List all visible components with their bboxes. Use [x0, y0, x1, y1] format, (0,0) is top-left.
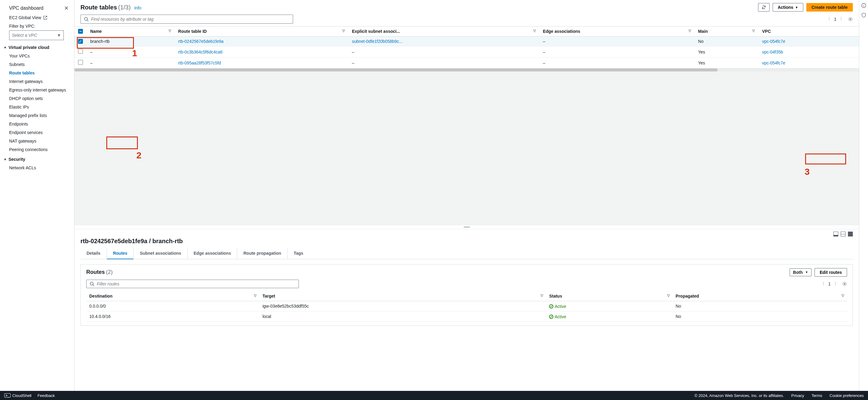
nav-internet-gateways[interactable]: Internet gateways	[0, 77, 74, 86]
layout-full-icon[interactable]	[848, 232, 853, 236]
nav-group-security[interactable]: ▼ Security	[0, 154, 74, 164]
routes-prev-page[interactable]: 〈	[820, 281, 825, 287]
layout-split-icon[interactable]	[841, 232, 845, 236]
nav-dhcp-option-sets[interactable]: DHCP option sets	[0, 94, 74, 103]
info-circle-icon[interactable]	[861, 3, 866, 8]
cloudshell-icon: >_	[4, 393, 11, 398]
route-table-link[interactable]: rtb-0c3b364c5f6dc4ca6	[178, 50, 223, 54]
row-checkbox[interactable]: ✓	[78, 39, 83, 44]
search-input[interactable]	[91, 17, 290, 22]
col-rtid: Route table ID▽	[175, 26, 348, 36]
main-content: Route tables (1/3) Info Actions ▼ Create…	[74, 0, 859, 391]
tab-routes[interactable]: Routes	[107, 248, 134, 259]
nav-managed-prefix-lists[interactable]: Managed prefix lists	[0, 111, 74, 120]
vpc-select-dropdown[interactable]: Select a VPC ▼	[9, 30, 64, 40]
table-row[interactable]: – rtb-0c3b364c5f6dc4ca6 – – Yes vpc-04f3…	[74, 47, 859, 57]
nav-group-vpc[interactable]: ▼ Virtual private cloud	[0, 42, 74, 52]
search-box[interactable]	[81, 15, 293, 24]
table-row[interactable]: ✓ branch-rtb rtb-0242567e5deb1fe9a subne…	[74, 36, 859, 47]
nav-network-acls[interactable]: Network ACLs	[0, 164, 74, 172]
cell-name: –	[87, 47, 175, 57]
privacy-link[interactable]: Privacy	[791, 393, 804, 398]
sort-icon[interactable]: ▽	[168, 29, 171, 33]
info-link[interactable]: Info	[134, 5, 141, 10]
cell-name: –	[87, 57, 175, 68]
cell-main: No	[694, 36, 759, 47]
next-page-button[interactable]: 〉	[840, 17, 844, 22]
routes-next-page[interactable]: 〉	[834, 281, 839, 287]
edit-routes-button[interactable]: Edit routes	[814, 268, 847, 277]
vpc-link[interactable]: vpc-04f35b	[762, 50, 783, 54]
sidebar: VPC dashboard ✕ EC2 Global View Filter b…	[0, 0, 74, 391]
cell-target: local	[259, 311, 546, 321]
chevron-down-icon: ▼	[57, 33, 61, 38]
sort-icon[interactable]: ▽	[342, 29, 345, 33]
cloudshell-button[interactable]: >_ CloudShell	[4, 393, 31, 398]
row-checkbox[interactable]	[78, 49, 83, 54]
tab-subnet-associations[interactable]: Subnet associations	[134, 248, 187, 259]
subnet-link[interactable]: subnet-0dfe1f20b058b9c...	[352, 39, 403, 44]
nav-egress-gateways[interactable]: Egress-only internet gateways	[0, 86, 74, 94]
cloudshell-label: CloudShell	[12, 393, 32, 398]
cell-main: Yes	[694, 57, 759, 68]
target-link[interactable]: igw-03e8e52bc53ddf55c	[262, 304, 309, 309]
nav-subnets[interactable]: Subnets	[0, 60, 74, 69]
feedback-link[interactable]: Feedback	[37, 393, 55, 398]
vpc-link[interactable]: vpc-054fc7e	[762, 39, 785, 44]
create-route-table-button[interactable]: Create route table	[806, 3, 853, 11]
vpc-link[interactable]: vpc-054fc7e	[762, 60, 785, 65]
status-badge: Active	[549, 314, 566, 319]
route-table-link[interactable]: rtb-095aa28f53f57c5fd	[178, 60, 221, 65]
ec2-global-view-link[interactable]: EC2 Global View	[0, 13, 74, 22]
routes-search-input[interactable]	[97, 282, 296, 286]
check-circle-icon	[549, 315, 553, 319]
routes-search-box[interactable]	[86, 280, 299, 288]
cookie-preferences-link[interactable]: Cookie preferences	[830, 393, 864, 398]
copyright-text: © 2024, Amazon Web Services, Inc. or its…	[694, 393, 784, 398]
sort-icon[interactable]: ▽	[254, 294, 256, 297]
horizontal-scrollbar[interactable]	[74, 68, 859, 72]
actions-label: Actions	[778, 5, 793, 10]
sort-icon[interactable]: ▽	[842, 294, 844, 297]
tab-edge-associations[interactable]: Edge associations	[188, 248, 238, 259]
route-row[interactable]: 10.4.0.0/16 local Active No	[86, 311, 847, 321]
terms-link[interactable]: Terms	[811, 393, 822, 398]
routes-title: Routes	[86, 269, 105, 275]
nav-endpoint-services[interactable]: Endpoint services	[0, 128, 74, 137]
nav-your-vpcs[interactable]: Your VPCs	[0, 52, 74, 60]
close-sidebar-icon[interactable]: ✕	[64, 5, 69, 11]
select-all-checkbox[interactable]: −	[78, 29, 83, 34]
nav-elastic-ips[interactable]: Elastic IPs	[0, 103, 74, 111]
nav-endpoints[interactable]: Endpoints	[0, 120, 74, 128]
actions-button[interactable]: Actions ▼	[773, 3, 803, 11]
nav-nat-gateways[interactable]: NAT gateways	[0, 137, 74, 145]
nav-route-tables[interactable]: Route tables	[0, 69, 74, 77]
nav-group-vpc-title: Virtual private cloud	[8, 45, 49, 50]
tab-tags[interactable]: Tags	[288, 248, 309, 259]
table-row[interactable]: – rtb-095aa28f53f57c5fd – – Yes vpc-054f…	[74, 57, 859, 68]
page-number: 1	[834, 17, 836, 22]
tab-route-propagation[interactable]: Route propagation	[237, 248, 287, 259]
col-status: Status▽	[546, 291, 673, 301]
col-name: Name▽	[87, 26, 175, 36]
layout-bottom-icon[interactable]	[833, 232, 838, 236]
sort-icon[interactable]: ▽	[688, 29, 691, 33]
nav-peering-connections[interactable]: Peering connections	[0, 145, 74, 154]
row-checkbox[interactable]	[78, 60, 83, 65]
settings-icon[interactable]	[848, 17, 853, 22]
tab-details[interactable]: Details	[81, 248, 107, 259]
sort-icon[interactable]: ▽	[540, 294, 543, 297]
sort-icon[interactable]: ▽	[752, 29, 755, 33]
vpc-dashboard-link[interactable]: VPC dashboard	[9, 5, 43, 11]
route-row[interactable]: 0.0.0.0/0 igw-03e8e52bc53ddf55c Active N…	[86, 301, 847, 311]
prev-page-button[interactable]: 〈	[826, 17, 830, 22]
shield-icon[interactable]	[861, 13, 866, 18]
route-table-link[interactable]: rtb-0242567e5deb1fe9a	[178, 39, 223, 44]
sort-icon[interactable]: ▽	[533, 29, 536, 33]
routes-settings-icon[interactable]	[842, 282, 847, 286]
split-drag-handle[interactable]	[74, 225, 859, 229]
filter-both-dropdown[interactable]: Both ▼	[789, 268, 811, 276]
sort-icon[interactable]: ▽	[667, 294, 670, 297]
refresh-button[interactable]	[758, 3, 770, 11]
cell-name: branch-rtb	[87, 36, 175, 47]
